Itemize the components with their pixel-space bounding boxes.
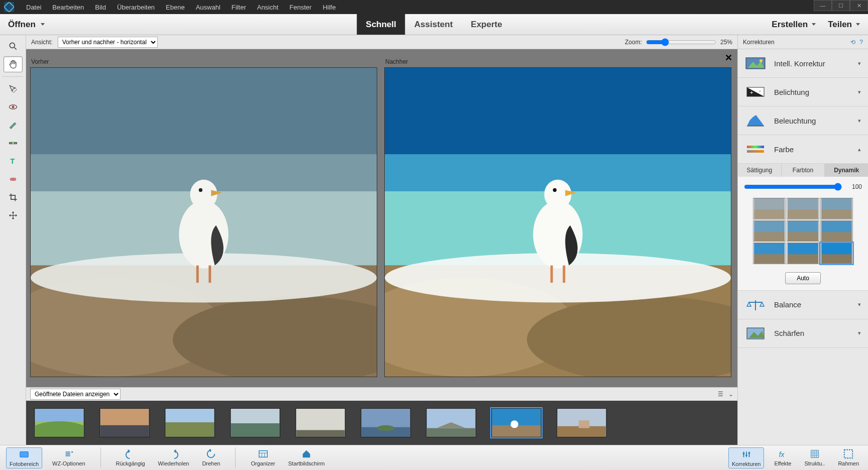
section-header[interactable]: Farbe ▴ xyxy=(738,135,868,163)
section-exposure: +- Belichtung ▾ xyxy=(738,78,868,106)
filmstrip[interactable] xyxy=(26,401,737,445)
subtab-hue[interactable]: Farbton xyxy=(782,164,825,177)
hand-tool[interactable] xyxy=(4,56,23,72)
view-label: Ansicht: xyxy=(31,39,53,46)
chevron-down-icon: ▾ xyxy=(858,60,861,67)
thumbnail[interactable] xyxy=(34,408,84,437)
section-title: Schärfen xyxy=(774,329,850,337)
main-area: T Ansicht: Vorher und nachher - horizont… xyxy=(0,35,868,445)
quick-select-tool[interactable] xyxy=(4,81,23,97)
menu-filter[interactable]: Filter xyxy=(227,2,251,13)
thumbnail[interactable] xyxy=(165,408,215,437)
svg-rect-74 xyxy=(754,209,785,218)
section-header[interactable]: +- Belichtung ▾ xyxy=(738,78,868,106)
preset-thumb[interactable] xyxy=(787,220,819,242)
sharpen-icon xyxy=(745,326,766,341)
after-image[interactable] xyxy=(384,67,731,377)
photo-bin-filter[interactable]: Geöffnete Dateien anzeigen xyxy=(30,389,121,400)
tool-options-button[interactable]: WZ-Optionen xyxy=(49,447,88,468)
svg-rect-50 xyxy=(4,2,14,12)
preset-thumb[interactable] xyxy=(820,243,853,264)
redo-button[interactable]: Wiederholen xyxy=(155,447,192,468)
help-icon[interactable]: ? xyxy=(859,39,863,46)
thumbnail[interactable] xyxy=(426,408,476,437)
before-image[interactable] xyxy=(30,67,377,377)
section-header[interactable]: Intell. Korrektur ▾ xyxy=(738,49,868,77)
organizer-button[interactable]: Organizer xyxy=(248,447,278,468)
menu-help[interactable]: Hilfe xyxy=(317,2,341,13)
reset-icon[interactable]: ⟲ xyxy=(850,39,855,46)
spot-heal-tool[interactable] xyxy=(4,171,23,187)
frames-button[interactable]: Rahmen xyxy=(835,447,862,468)
create-menu[interactable]: Erstellen xyxy=(772,20,816,30)
close-document-button[interactable]: ✕ xyxy=(725,52,732,63)
menu-select[interactable]: Auswahl xyxy=(191,2,226,13)
menu-file[interactable]: Datei xyxy=(21,2,46,13)
undo-button[interactable]: Rückgängig xyxy=(113,447,148,468)
preset-thumb[interactable] xyxy=(753,198,786,219)
rotate-button[interactable]: Drehen xyxy=(199,447,223,468)
preset-thumb[interactable] xyxy=(753,243,786,264)
thumbnail[interactable] xyxy=(491,408,541,437)
menu-edit[interactable]: Bearbeiten xyxy=(47,2,89,13)
thumbnail[interactable] xyxy=(99,408,150,437)
svg-text:T: T xyxy=(10,157,15,165)
window-controls: — ☐ ✕ xyxy=(814,0,868,11)
section-header[interactable]: Balance ▾ xyxy=(738,291,868,319)
share-menu[interactable]: Teilen xyxy=(828,20,860,30)
subtab-vibrance[interactable]: Dynamik xyxy=(825,164,868,177)
photo-bin-header: Geöffnete Dateien anzeigen ☰ ⌄ xyxy=(26,388,737,401)
after-label: Nachher xyxy=(384,58,731,67)
app-logo-icon xyxy=(4,2,14,12)
whiten-tool[interactable] xyxy=(4,117,23,133)
preset-thumb[interactable] xyxy=(787,243,819,264)
home-button[interactable]: Startbildschirm xyxy=(285,447,328,468)
menu-bar: Datei Bearbeiten Bild Überarbeiten Ebene… xyxy=(0,0,868,14)
section-title: Beleuchtung xyxy=(774,116,850,125)
tab-quick[interactable]: Schnell xyxy=(357,14,405,35)
textures-button[interactable]: Struktu.. xyxy=(801,447,828,468)
menu-enhance[interactable]: Überarbeiten xyxy=(112,2,160,13)
auto-button[interactable]: Auto xyxy=(785,272,821,284)
svg-point-59 xyxy=(12,143,14,144)
menu-view[interactable]: Ansicht xyxy=(252,2,284,13)
menu-image[interactable]: Bild xyxy=(90,2,111,13)
tab-expert[interactable]: Experte xyxy=(462,14,511,35)
section-header[interactable]: Beleuchtung ▾ xyxy=(738,106,868,135)
preset-thumb[interactable] xyxy=(820,198,853,219)
text-tool[interactable]: T xyxy=(4,153,23,169)
bottom-bar: Fotobereich WZ-Optionen Rückgängig Wiede… xyxy=(0,445,868,470)
chevron-down-icon: ▾ xyxy=(858,118,861,124)
straighten-tool[interactable] xyxy=(4,135,23,151)
collapse-icon[interactable]: ⌄ xyxy=(728,391,733,398)
effects-button[interactable]: fx Effekte xyxy=(771,447,794,468)
preset-thumb[interactable] xyxy=(820,220,853,242)
minimize-button[interactable]: — xyxy=(814,0,832,11)
tab-guided[interactable]: Assistent xyxy=(405,14,462,35)
menu-window[interactable]: Fenster xyxy=(284,2,316,13)
redeye-tool[interactable] xyxy=(4,99,23,115)
maximize-button[interactable]: ☐ xyxy=(832,0,850,11)
section-header[interactable]: Schärfen ▾ xyxy=(738,319,868,347)
thumbnail[interactable] xyxy=(295,408,346,437)
thumbnail[interactable] xyxy=(557,408,607,437)
vibrance-slider[interactable] xyxy=(744,183,842,191)
close-button[interactable]: ✕ xyxy=(850,0,868,11)
subtab-saturation[interactable]: Sättigung xyxy=(738,164,782,177)
svg-point-57 xyxy=(12,106,14,108)
open-menu[interactable]: Öffnen xyxy=(8,20,45,30)
thumbnail[interactable] xyxy=(361,408,411,437)
sort-icon[interactable]: ☰ xyxy=(718,391,723,398)
preset-thumb[interactable] xyxy=(753,220,786,242)
thumbnail[interactable] xyxy=(230,408,280,437)
preset-thumb[interactable] xyxy=(787,198,819,219)
svg-point-51 xyxy=(10,43,15,48)
move-tool[interactable] xyxy=(4,207,23,223)
view-select[interactable]: Vorher und nachher - horizontal xyxy=(58,37,158,48)
crop-tool[interactable] xyxy=(4,189,23,205)
menu-layer[interactable]: Ebene xyxy=(161,2,190,13)
adjustments-button[interactable]: Korrekturen xyxy=(728,447,764,468)
zoom-tool[interactable] xyxy=(4,38,23,54)
zoom-slider[interactable] xyxy=(646,38,716,46)
photobin-button[interactable]: Fotobereich xyxy=(6,447,42,468)
